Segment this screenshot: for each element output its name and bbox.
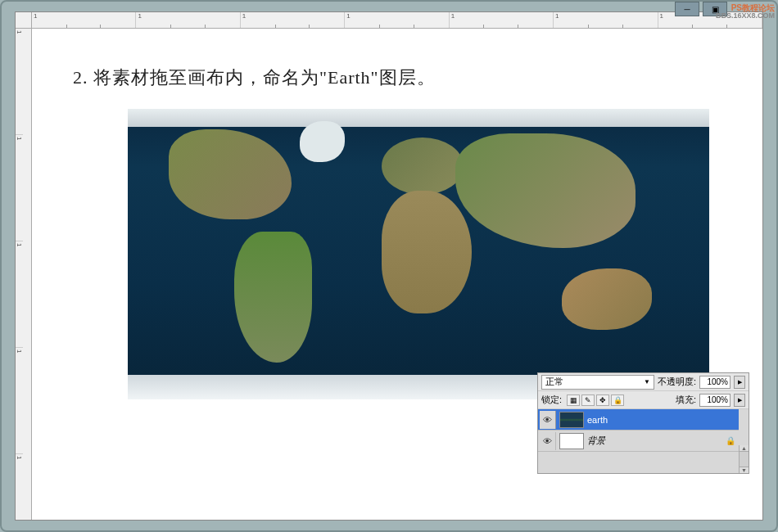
opacity-label: 不透明度: (658, 376, 696, 388)
blend-mode-value: 正常 (545, 376, 563, 388)
opacity-flyout-button[interactable]: ▶ (734, 376, 745, 389)
fill-input[interactable]: 100% (699, 394, 731, 407)
lock-icon: 🔒 (726, 436, 737, 445)
lock-position-icon[interactable]: ✥ (596, 394, 609, 406)
lock-fill-row: 锁定: ▦ ✎ ✥ 🔒 填充: 100% ▶ (538, 391, 749, 409)
blend-opacity-row: 正常 ▼ 不透明度: 100% ▶ (538, 373, 749, 391)
layer-item-background[interactable]: 👁 背景 🔒 (538, 431, 739, 452)
minimize-button[interactable]: ─ (675, 2, 699, 16)
watermark: PS教程论坛 BBS.16XX8.COM (716, 3, 775, 20)
ruler-horizontal[interactable]: 1 1 1 1 1 1 1 (32, 12, 762, 29)
layer-thumbnail[interactable] (559, 433, 584, 449)
lock-label: 锁定: (541, 394, 562, 406)
layer-name[interactable]: 背景 (587, 435, 722, 447)
fill-flyout-button[interactable]: ▶ (734, 394, 745, 407)
fill-label: 填充: (676, 394, 696, 406)
layers-panel: 正常 ▼ 不透明度: 100% ▶ 锁定: ▦ ✎ ✥ 🔒 填充: 100% ▶… (537, 372, 749, 474)
layer-name[interactable]: earth (587, 415, 737, 425)
handwritten-instruction: 2. 将素材拖至画布内，命名为"Earth"图层。 (73, 65, 436, 90)
lock-controls: ▦ ✎ ✥ 🔒 (567, 394, 624, 406)
ruler-corner (16, 12, 32, 29)
layer-list: 👁 earth 👁 背景 🔒 (538, 409, 749, 473)
chevron-down-icon: ▼ (644, 378, 650, 385)
blend-mode-select[interactable]: 正常 ▼ (541, 375, 654, 390)
layers-scrollbar[interactable] (739, 445, 749, 473)
layer-item-earth[interactable]: 👁 earth (538, 409, 739, 431)
lock-all-icon[interactable]: 🔒 (611, 394, 624, 406)
visibility-icon[interactable]: 👁 (540, 432, 556, 450)
opacity-input[interactable]: 100% (699, 376, 731, 389)
earth-layer-image[interactable] (128, 109, 709, 399)
layer-thumbnail[interactable] (559, 412, 584, 428)
visibility-icon[interactable]: 👁 (540, 411, 556, 429)
lock-transparency-icon[interactable]: ▦ (567, 394, 580, 406)
ruler-vertical[interactable]: 1 1 1 1 1 (16, 29, 32, 520)
lock-pixels-icon[interactable]: ✎ (581, 394, 595, 406)
watermark-line2: BBS.16XX8.COM (716, 12, 775, 20)
